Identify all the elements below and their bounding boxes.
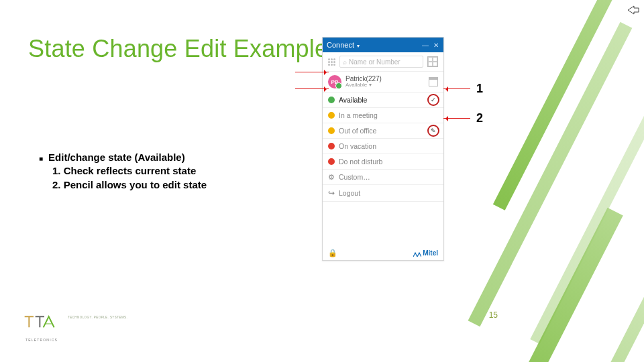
- annotation-arrow: [443, 88, 470, 89]
- lock-icon: 🔒: [328, 249, 337, 257]
- connect-panel: Connect▾ — ✕ ⌕ Name or Number PB Patrick…: [322, 37, 444, 261]
- search-icon: ⌕: [343, 58, 347, 66]
- status-oof-icon: [328, 127, 335, 134]
- close-icon[interactable]: ✕: [433, 42, 439, 48]
- bg-streak: [468, 22, 633, 327]
- profile-row[interactable]: PB Patrick(227) Available ▾: [323, 71, 443, 92]
- state-custom[interactable]: ⚙ Custom…: [323, 169, 443, 184]
- pencil-icon[interactable]: ✎: [427, 125, 439, 137]
- gear-icon: ⚙: [328, 174, 335, 180]
- status-meeting-icon: [328, 112, 335, 119]
- chevron-down-icon: ▾: [357, 43, 360, 49]
- annotation-arrow: [443, 118, 470, 119]
- keypad-icon[interactable]: [427, 56, 438, 67]
- search-input[interactable]: ⌕ Name or Number: [339, 56, 423, 68]
- logo-tagline: TECHNOLOGY. PEOPLE. SYSTEMS.: [68, 315, 127, 318]
- status-vacation-icon: [328, 143, 335, 149]
- search-placeholder: Name or Number: [349, 58, 400, 66]
- state-available[interactable]: Available ✓: [323, 92, 443, 107]
- logo-text: TELETRONICS: [23, 338, 60, 342]
- presence-dot-icon: [335, 82, 342, 89]
- search-row: ⌕ Name or Number: [323, 52, 443, 71]
- panel-footer: 🔒 Mitel: [323, 201, 443, 260]
- avatar: PB: [328, 75, 341, 88]
- panel-titlebar[interactable]: Connect▾ — ✕: [323, 38, 443, 52]
- page-title: State Change Edit Example: [28, 35, 328, 63]
- calendar-icon[interactable]: [429, 77, 438, 86]
- mitel-logo: Mitel: [413, 249, 438, 257]
- annotation-arrow: [295, 88, 329, 89]
- page-number: 15: [489, 310, 498, 320]
- check-icon: ✓: [427, 94, 439, 106]
- state-out-of-office[interactable]: Out of office ✎: [323, 123, 443, 138]
- status-available-icon: [328, 97, 335, 103]
- dialpad-icon[interactable]: [328, 58, 335, 66]
- logout-icon: ↪: [328, 188, 335, 198]
- annotation-label-1: 1: [476, 82, 483, 96]
- bullet-sub-1: 1. Check reflects current state: [52, 164, 207, 178]
- panel-title: Connect: [327, 41, 354, 49]
- status-dnd-icon: [328, 158, 335, 165]
- slide: State Change Edit Example ■Edit/change s…: [0, 0, 644, 362]
- bullet-main: Edit/change state (Available): [48, 152, 185, 163]
- annotation-label-2: 2: [476, 111, 483, 125]
- cursor-icon: [627, 5, 639, 15]
- state-vacation[interactable]: On vacation: [323, 138, 443, 154]
- logout-row[interactable]: ↪ Logout: [323, 184, 443, 201]
- bg-streak: [572, 282, 644, 362]
- bullet-sub-2: 2. Pencil allows you to edit state: [52, 178, 207, 192]
- annotation-arrow: [295, 72, 329, 72]
- bullet-list: ■Edit/change state (Available) 1. Check …: [39, 151, 207, 192]
- profile-status: Available: [345, 82, 367, 88]
- teletronics-logo: TELETRONICS TECHNOLOGY. PEOPLE. SYSTEMS.: [23, 312, 131, 342]
- minimize-icon[interactable]: —: [422, 42, 429, 48]
- bg-streak: [493, 0, 621, 210]
- state-meeting[interactable]: In a meeting: [323, 107, 443, 123]
- state-dnd[interactable]: Do not disturb: [323, 154, 443, 169]
